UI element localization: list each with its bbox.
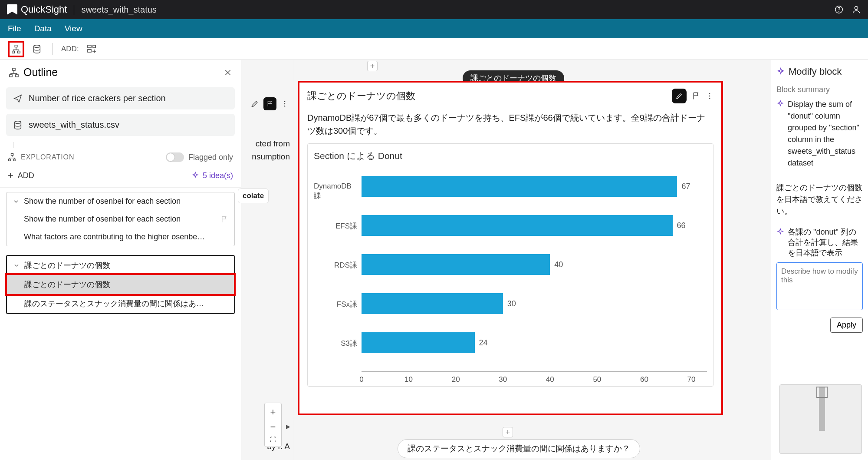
chart-bar-value: 30 xyxy=(507,299,516,308)
flagged-only-toggle[interactable] xyxy=(166,152,184,162)
sparkle-icon xyxy=(191,172,199,179)
block-summary-label: Block summary xyxy=(776,85,863,94)
play-icon[interactable] xyxy=(284,424,291,430)
edit-icon xyxy=(675,92,683,100)
chart-block[interactable]: 課ごとのドーナツの個数 DynamoDB課が67個で最も多くのドーナツを持ち、E… xyxy=(298,81,723,415)
outline-dataset-label: sweets_with_status.csv xyxy=(29,120,119,130)
flag-button[interactable] xyxy=(263,97,276,110)
sparkle-icon xyxy=(776,228,784,236)
outline-item-selected[interactable]: 課ごとのドーナツの個数 xyxy=(7,275,234,294)
svg-rect-8 xyxy=(88,50,91,52)
add-above-button[interactable]: + xyxy=(367,61,378,71)
outline-item[interactable]: What factors are contributing to the hig… xyxy=(7,228,234,246)
chart-category-label: S3課 xyxy=(341,338,357,348)
svg-rect-9 xyxy=(93,45,95,48)
chart-x-axis: 010203040506070 xyxy=(362,371,707,384)
zoom-out-button[interactable]: − xyxy=(270,420,276,434)
add-block-button[interactable] xyxy=(83,41,100,57)
chart-x-tick: 70 xyxy=(687,375,696,384)
outline-dataset-item[interactable]: sweets_with_status.csv xyxy=(6,114,235,136)
chart-bar-value: 66 xyxy=(677,221,686,230)
rp-question-1: 課ごとのドーナツの個数を日本語で教えてください。 xyxy=(776,182,863,217)
add-block-icon xyxy=(86,44,97,54)
chart-summary-text: DynamoDB課が67個で最も多くのドーナツを持ち、EFS課が66個で続いてい… xyxy=(307,111,713,137)
chart-x-tick: 60 xyxy=(640,375,648,384)
partial-chip: colate xyxy=(238,189,269,203)
sitemap-icon xyxy=(9,67,19,78)
ideas-button[interactable]: 5 idea(s) xyxy=(191,171,233,180)
close-icon[interactable] xyxy=(224,68,232,77)
database-icon xyxy=(13,120,23,130)
outline-item[interactable]: Show the number of osenbei for each sect… xyxy=(7,210,234,228)
app-topbar: QuickSight sweets_with_status xyxy=(0,0,868,19)
zoom-controls: + − ⛶ xyxy=(264,403,282,447)
outline-sidebar: Outline Number of rice crackers per sect… xyxy=(0,60,241,460)
svg-rect-5 xyxy=(18,51,20,53)
chart-bar-value: 67 xyxy=(681,182,690,191)
chart-x-tick: 40 xyxy=(546,375,554,384)
partial-text: cted from xyxy=(238,139,290,149)
help-icon[interactable] xyxy=(834,5,844,14)
edit-block-button[interactable] xyxy=(672,89,687,103)
apply-button[interactable]: Apply xyxy=(830,318,863,333)
chart-bar[interactable] xyxy=(362,254,550,275)
edit-icon[interactable] xyxy=(250,99,259,108)
svg-rect-4 xyxy=(12,51,14,53)
minimap[interactable] xyxy=(779,384,862,454)
more-vertical-icon[interactable] xyxy=(706,92,713,100)
modify-description-input[interactable] xyxy=(776,262,863,310)
canvas-area[interactable]: + 課ごとのドーナツの個数 課ごとのドーナツの個数 DynamoDB課が67個で… xyxy=(293,60,771,460)
sitemap-icon xyxy=(11,44,21,54)
menu-bar: File Data View xyxy=(0,19,868,38)
sparkle-icon xyxy=(776,67,785,76)
menu-file[interactable]: File xyxy=(8,24,21,33)
chart-category-label: RDS課 xyxy=(334,260,357,270)
chart-bar[interactable] xyxy=(362,176,677,197)
svg-rect-3 xyxy=(15,45,17,47)
outline-group-osenbei: Show the number of osenbei for each sect… xyxy=(6,192,235,246)
outline-toggle-button[interactable] xyxy=(8,41,24,57)
add-below-button[interactable]: + xyxy=(503,427,513,437)
chart-x-tick: 30 xyxy=(499,375,507,384)
zoom-fit-button[interactable]: ⛶ xyxy=(270,434,276,445)
add-exploration-button[interactable]: + ADD xyxy=(8,170,34,181)
svg-point-13 xyxy=(15,121,21,123)
outline-group-header[interactable]: Show the number of osenbei for each sect… xyxy=(7,192,234,210)
sidebar-title: Outline xyxy=(23,66,58,79)
ideas-label: 5 idea(s) xyxy=(203,171,233,180)
svg-point-2 xyxy=(855,7,858,10)
chart-bar-value: 40 xyxy=(554,260,563,269)
chart-bar[interactable] xyxy=(362,215,673,236)
chart-x-tick: 0 xyxy=(359,375,363,384)
outline-group-header[interactable]: 課ごとのドーナツの個数 xyxy=(7,256,234,275)
zoom-in-button[interactable]: + xyxy=(270,405,276,420)
menu-view[interactable]: View xyxy=(65,24,82,33)
svg-point-6 xyxy=(34,45,40,47)
chart-plot-area: 6766403024 xyxy=(362,167,707,371)
partial-canvas-left: cted from nsumption colate by r. A + − ⛶ xyxy=(241,60,293,460)
suggestion-pill[interactable]: 課のステータスとスナック消費量の間に関係はありますか？ xyxy=(398,439,640,458)
user-icon[interactable] xyxy=(852,5,861,14)
outline-group-donuts: 課ごとのドーナツの個数 課ごとのドーナツの個数 課のステータスとスナック消費量の… xyxy=(6,255,235,314)
partial-text: nsumption xyxy=(238,152,290,162)
rp-question-2: 各課の "donut" 列の合計を計算し、結果を日本語で表示 xyxy=(788,227,863,258)
right-panel-title: Modify block xyxy=(789,66,842,77)
svg-point-17 xyxy=(284,101,286,102)
chart-bar[interactable] xyxy=(362,332,475,353)
quicksight-logo-icon xyxy=(7,4,17,15)
outline-root-item[interactable]: Number of rice crackers per section xyxy=(6,87,235,109)
more-vertical-icon[interactable] xyxy=(281,100,289,108)
menu-data[interactable]: Data xyxy=(34,24,52,33)
svg-rect-16 xyxy=(13,159,16,161)
block-summary-text: Display the sum of "donut" column groupe… xyxy=(788,99,863,169)
outline-item[interactable]: 課のステータスとスナック消費量の間に関係はありますか？ xyxy=(7,294,234,313)
flag-icon[interactable] xyxy=(220,215,228,223)
database-icon xyxy=(32,44,42,54)
chart-category-label: EFS課 xyxy=(335,221,357,231)
data-button[interactable] xyxy=(29,41,45,57)
chart-bar[interactable] xyxy=(362,293,503,314)
svg-point-1 xyxy=(838,11,839,12)
app-logo[interactable]: QuickSight xyxy=(7,4,67,15)
flagged-only-label: Flagged only xyxy=(188,153,233,162)
flag-icon[interactable] xyxy=(692,92,700,100)
